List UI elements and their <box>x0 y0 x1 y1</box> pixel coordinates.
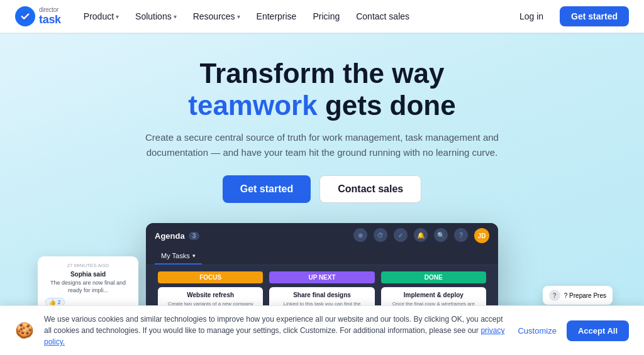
nav-product[interactable]: Product ▾ <box>76 8 126 25</box>
clock-icon[interactable]: ⏱ <box>374 228 387 242</box>
hero-subtext: Create a secure central source of truth … <box>127 130 517 160</box>
dashboard-header: Agenda 3 ⊕ ⏱ ✓ 🔔 🔍 ? JD <box>146 223 498 248</box>
get-started-nav-button[interactable]: Get started <box>560 6 629 26</box>
bell-icon[interactable]: 🔔 <box>414 228 428 242</box>
logo-text: director task <box>39 7 61 26</box>
nav-links: Product ▾ Solutions ▾ Resources ▾ Enterp… <box>76 8 511 25</box>
kanban-header-done: DONE <box>381 271 486 283</box>
kanban-header-upnext: UP NEXT <box>269 271 374 283</box>
hero-buttons: Get started Contact sales <box>13 175 631 203</box>
chat-sender: Sophia said <box>45 271 131 278</box>
nav-contact-sales[interactable]: Contact sales <box>348 8 417 25</box>
hero-headline: Transform the way teamwork gets done <box>13 58 631 121</box>
logo[interactable]: director task <box>15 6 61 26</box>
chevron-down-icon: ▾ <box>174 13 177 20</box>
nav-pricing[interactable]: Pricing <box>305 8 347 25</box>
nav-right: Log in Get started <box>511 6 629 26</box>
dashboard-badge: 3 <box>189 232 200 240</box>
floating-card-right: ? ? Prepare Pres <box>543 286 613 305</box>
dashboard-icons: ⊕ ⏱ ✓ 🔔 🔍 ? JD <box>353 228 489 243</box>
card-title: Share final designs <box>274 292 370 298</box>
chat-message: The designs are now final and ready for … <box>45 279 131 295</box>
nav-enterprise[interactable]: Enterprise <box>249 8 304 25</box>
chevron-down-icon: ▾ <box>237 13 240 20</box>
cookie-icon: 🍪 <box>15 322 34 339</box>
search-icon[interactable]: 🔍 <box>434 228 448 242</box>
check-icon[interactable]: ✓ <box>394 228 408 242</box>
card-title: Implement & deploy <box>386 292 482 298</box>
kanban-header-focus: FOCUS <box>158 271 263 283</box>
dashboard-tabs: My Tasks ▾ <box>146 248 498 265</box>
nav-resources[interactable]: Resources ▾ <box>186 8 248 25</box>
chat-timestamp: 27 MINUTES AGO <box>45 263 131 268</box>
help-icon[interactable]: ? <box>454 228 468 242</box>
tab-my-tasks[interactable]: My Tasks ▾ <box>155 248 202 265</box>
floating-card-text: ? Prepare Pres <box>564 292 606 299</box>
add-icon[interactable]: ⊕ <box>353 228 367 242</box>
customize-button[interactable]: Customize <box>518 326 556 336</box>
user-avatar[interactable]: JD <box>474 228 489 243</box>
navbar: director task Product ▾ Solutions ▾ Reso… <box>0 0 644 33</box>
logo-icon <box>15 6 35 26</box>
hero-get-started-button[interactable]: Get started <box>223 175 311 203</box>
chevron-down-icon: ▾ <box>192 253 196 259</box>
question-icon: ? <box>549 290 560 301</box>
accept-all-button[interactable]: Accept All <box>567 320 629 341</box>
login-button[interactable]: Log in <box>511 7 552 26</box>
cookie-banner: 🍪 We use various cookies and similar tec… <box>0 305 644 355</box>
nav-solutions[interactable]: Solutions ▾ <box>128 8 184 25</box>
chevron-down-icon: ▾ <box>116 13 119 20</box>
cookie-text: We use various cookies and similar techn… <box>44 314 508 347</box>
dashboard-title: Agenda 3 <box>155 231 199 241</box>
hero-contact-sales-button[interactable]: Contact sales <box>319 175 421 203</box>
card-title: Website refresh <box>162 292 258 298</box>
